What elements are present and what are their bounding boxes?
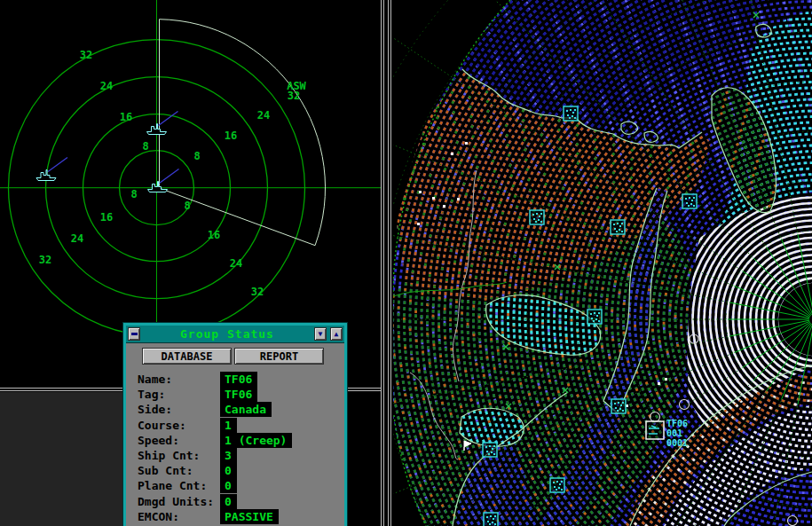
- roll-down-button[interactable]: ▼: [314, 327, 327, 341]
- unit-marker[interactable]: [611, 220, 625, 234]
- field-value: 0: [220, 463, 237, 478]
- game-screen: 322416881624ASW3281624328162432 TF060010…: [0, 0, 812, 526]
- minimize-button[interactable]: [128, 327, 140, 341]
- field-row-ship-cnt: Ship Cnt:3: [126, 448, 344, 463]
- field-row-tag: Tag:TF06: [126, 387, 344, 402]
- range-ring-label: 24: [230, 257, 242, 270]
- range-ring-label: 16: [100, 211, 113, 224]
- group-status-dialog[interactable]: Group Status ▼ ▲ DATABASE REPORT Name:TF…: [123, 323, 347, 526]
- database-button[interactable]: DATABASE: [142, 348, 232, 365]
- unit-marker[interactable]: [530, 210, 544, 224]
- range-ring-label: 32: [80, 49, 92, 61]
- field-value: TF06: [220, 387, 257, 402]
- field-value: 3: [220, 448, 237, 463]
- field-row-sub-cnt: Sub Cnt:0: [126, 463, 344, 478]
- range-ring-label: 32: [288, 90, 300, 102]
- lower-panel: [0, 392, 123, 526]
- range-ring-label: 24: [100, 80, 113, 92]
- field-value: Canada: [220, 402, 272, 417]
- unit-marker[interactable]: [682, 194, 697, 208]
- range-ring-label: 16: [120, 111, 132, 123]
- unit-marker[interactable]: [564, 106, 578, 121]
- field-row-course: Course:1: [126, 418, 344, 433]
- arctic-map-display[interactable]: TF060010001: [393, 0, 812, 526]
- dialog-title: Group Status: [142, 327, 312, 341]
- field-row-name: Name:TF06: [126, 372, 344, 387]
- window-border-line: [383, 0, 384, 526]
- field-row-side: Side:Canada: [126, 402, 344, 417]
- range-ring-label: 8: [193, 150, 200, 162]
- range-ring-label: 32: [251, 286, 264, 298]
- range-ring-label: 24: [71, 232, 83, 245]
- roll-up-button[interactable]: ▲: [330, 327, 343, 341]
- range-ring-label: 16: [225, 130, 237, 142]
- report-button[interactable]: REPORT: [234, 348, 324, 365]
- field-value: 0: [220, 478, 237, 493]
- triangle-up-icon: ▲: [335, 331, 339, 338]
- field-value: 1 (Creep): [220, 433, 292, 448]
- unit-marker[interactable]: [483, 443, 497, 457]
- unit-marker[interactable]: [587, 310, 602, 324]
- ship-contact-icon[interactable]: [36, 158, 67, 181]
- field-row-speed: Speed:1 (Creep): [126, 433, 344, 448]
- unit-marker[interactable]: [611, 399, 626, 413]
- field-value: 0: [220, 494, 237, 509]
- field-value: TF06: [220, 372, 257, 387]
- range-ring-label: 24: [257, 109, 270, 122]
- field-row-dmgd-units: Dmgd Units:0: [126, 494, 344, 509]
- unit-label-text: 001: [666, 428, 682, 438]
- dialog-titlebar[interactable]: Group Status ▼ ▲: [126, 326, 344, 343]
- range-ring-label: 8: [130, 188, 137, 200]
- window-border-line: [381, 0, 382, 526]
- window-border-line: [388, 0, 389, 526]
- field-row-plane-cnt: Plane Cnt:0: [126, 478, 344, 493]
- ship-contact-icon[interactable]: [148, 169, 179, 192]
- unit-marker[interactable]: [550, 478, 564, 492]
- range-ring-label: 32: [39, 254, 51, 266]
- unit-label-text: TF06: [666, 419, 688, 428]
- range-ring-label: 16: [208, 229, 220, 241]
- window-border-line: [390, 0, 391, 526]
- field-value: PASSIVE: [220, 509, 279, 524]
- unit-label-text: 0001: [666, 438, 688, 448]
- selected-unit-marker[interactable]: [646, 421, 664, 439]
- triangle-down-icon: ▼: [319, 331, 323, 338]
- dialog-button-row: DATABASE REPORT: [126, 343, 344, 365]
- field-value: 1: [220, 418, 237, 433]
- unit-marker[interactable]: [484, 513, 498, 526]
- group-status-fields: Name:TF06 Tag:TF06 Side:Canada Course:1 …: [126, 372, 344, 524]
- range-ring-label: 8: [184, 200, 190, 212]
- range-ring-label: 8: [142, 140, 148, 153]
- field-row-emcon: EMCON:PASSIVE: [126, 509, 344, 524]
- coastline: [462, 69, 702, 148]
- minimize-icon: [131, 333, 138, 335]
